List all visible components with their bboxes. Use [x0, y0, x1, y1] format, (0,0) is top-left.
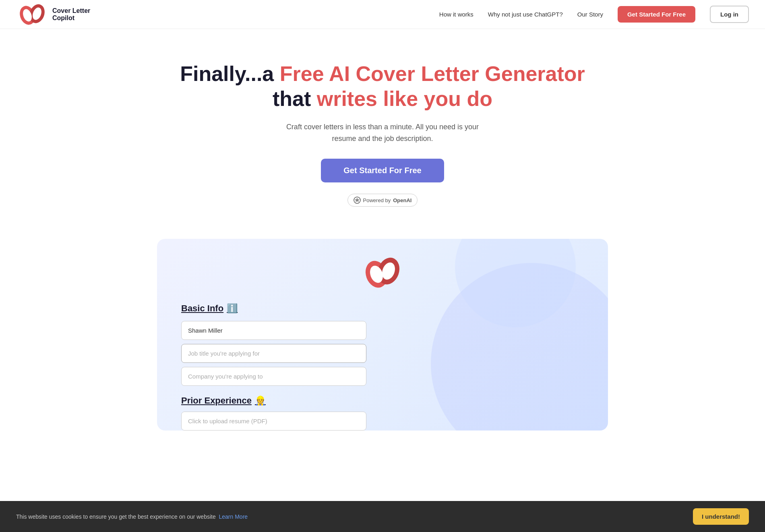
company-input[interactable]	[181, 367, 366, 386]
name-input[interactable]	[181, 321, 366, 340]
app-preview-section: Basic Info ℹ️ Prior Experience 👷 Click t…	[149, 239, 616, 431]
hero-title: Finally...a Free AI Cover Letter Generat…	[8, 61, 757, 112]
preview-logo	[362, 255, 403, 292]
prior-experience-title: Prior Experience 👷	[181, 395, 366, 406]
preview-card: Basic Info ℹ️ Prior Experience 👷 Click t…	[157, 239, 608, 431]
nav-login-button[interactable]: Log in	[710, 6, 749, 23]
powered-by-badge: Powered by OpenAI	[347, 194, 418, 207]
nav-get-started-button[interactable]: Get Started For Free	[618, 6, 695, 23]
hero-section: Finally...a Free AI Cover Letter Generat…	[0, 29, 765, 223]
basic-info-title: Basic Info ℹ️	[181, 303, 366, 314]
form-content: Basic Info ℹ️ Prior Experience 👷 Click t…	[181, 259, 366, 431]
job-title-input[interactable]	[181, 344, 366, 363]
nav-links: How it works Why not just use ChatGPT? O…	[439, 6, 749, 23]
nav-our-story[interactable]: Our Story	[577, 11, 603, 18]
worker-icon: 👷	[255, 395, 266, 406]
hero-get-started-button[interactable]: Get Started For Free	[321, 159, 444, 182]
nav-why-chatgpt[interactable]: Why not just use ChatGPT?	[488, 11, 563, 18]
openai-icon	[354, 197, 361, 204]
logo-icon	[16, 0, 48, 29]
nav-how-it-works[interactable]: How it works	[439, 11, 473, 18]
navbar: Cover Letter Copilot How it works Why no…	[0, 0, 765, 29]
logo-link[interactable]: Cover Letter Copilot	[16, 0, 90, 29]
powered-by-text: Powered by	[363, 197, 391, 203]
info-icon: ℹ️	[227, 303, 238, 314]
logo-text: Cover Letter Copilot	[52, 7, 90, 21]
upload-resume-button[interactable]: Click to upload resume (PDF)	[181, 412, 366, 431]
openai-text: OpenAI	[393, 197, 411, 203]
hero-subtitle: Craft cover letters in less than a minut…	[278, 121, 487, 145]
